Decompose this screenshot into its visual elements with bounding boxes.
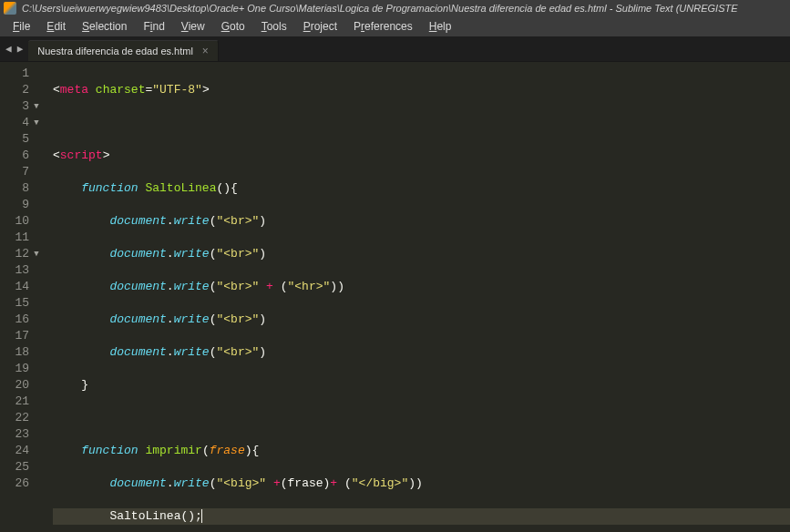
text-cursor [201,509,202,523]
menu-bar: File Edit Selection Find View Goto Tools… [0,16,790,36]
menu-find[interactable]: Find [136,18,171,35]
fold-icon: ▼ [33,115,40,131]
close-icon[interactable]: × [202,45,209,57]
nav-back-icon[interactable]: ◀ [5,43,12,55]
menu-goto[interactable]: Goto [214,18,252,35]
fold-icon: ▼ [33,246,40,262]
fold-icon: ▼ [33,98,40,115]
app-icon [4,2,16,15]
window-title: C:\Users\ueiwuerwyegwiew9483\Desktop\Ora… [22,3,738,14]
menu-preferences[interactable]: Preferences [346,18,420,35]
nav-forward-icon[interactable]: ▶ [17,43,24,55]
editor-area: 1 2 3▼ 4▼ 5 6 7 8 9 10 11 12▼ 13 14 15 1… [0,62,790,532]
menu-file[interactable]: File [5,18,37,35]
tab-title: Nuestra diferencia de edad es.html [37,46,193,56]
tab-bar: ◀ ▶ Nuestra diferencia de edad es.html × [0,36,790,62]
line-gutter: 1 2 3▼ 4▼ 5 6 7 8 9 10 11 12▼ 13 14 15 1… [0,62,46,532]
menu-help[interactable]: Help [422,18,459,35]
code-area[interactable]: <meta charset="UTF-8"> <script> function… [46,62,790,532]
menu-tools[interactable]: Tools [254,18,294,35]
menu-project[interactable]: Project [296,18,344,35]
menu-selection[interactable]: Selection [75,18,134,35]
file-tab[interactable]: Nuestra diferencia de edad es.html × [28,40,219,61]
menu-edit[interactable]: Edit [39,18,73,35]
title-bar: C:\Users\ueiwuerwyegwiew9483\Desktop\Ora… [0,0,790,16]
menu-view[interactable]: View [174,18,212,35]
